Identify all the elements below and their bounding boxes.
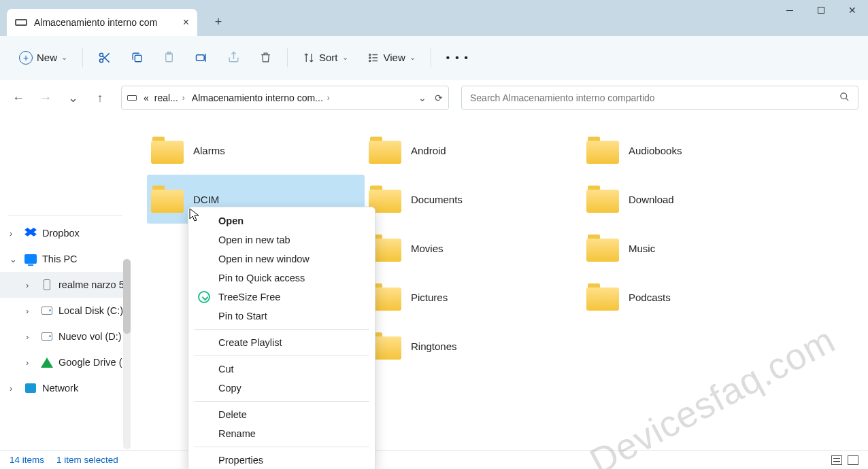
folder-label: Audiobooks [629, 145, 682, 156]
context-copy[interactable]: Copy [188, 379, 375, 398]
svg-rect-5 [197, 54, 205, 60]
sidebar-item-nuevo-vol[interactable]: › Nuevo vol (D:) [0, 324, 131, 349]
share-icon [227, 51, 240, 64]
phone-icon [44, 279, 50, 290]
minimize-button[interactable]: ─ [774, 0, 805, 20]
context-delete[interactable]: Delete [188, 405, 375, 424]
rename-icon [195, 51, 208, 65]
separator [194, 401, 369, 402]
address-segment[interactable]: Almacenamiento interno com...› [189, 92, 334, 103]
sidebar-scrollbar[interactable] [123, 259, 131, 449]
sidebar-item-label: realme narzo 5 [59, 279, 124, 290]
separator [194, 355, 369, 356]
sort-button[interactable]: Sort ⌄ [295, 44, 356, 71]
folder-item[interactable]: Documents [365, 175, 582, 224]
paste-button[interactable] [154, 44, 184, 71]
scissors-icon [98, 51, 112, 65]
folder-icon [586, 186, 619, 213]
address-bar[interactable]: « real...› Almacenamiento interno com...… [121, 86, 449, 110]
folder-item[interactable]: Ringtones [365, 322, 582, 370]
address-segment[interactable]: « [141, 92, 152, 103]
more-button[interactable]: • • • [438, 44, 478, 71]
tab-active[interactable]: Almacenamiento interno com × [7, 9, 197, 36]
chevron-down-icon: ⌄ [61, 53, 67, 62]
folder-item[interactable]: Download [582, 175, 800, 224]
address-segment[interactable]: real...› [152, 92, 189, 103]
navigation-pane: › Dropbox ⌄ This PC › realme narzo 5 › L… [0, 116, 131, 450]
folder-icon [586, 283, 619, 311]
context-open-new-window[interactable]: Open in new window [188, 249, 375, 268]
separator [287, 48, 288, 67]
sidebar-item-realme[interactable]: › realme narzo 5 [0, 272, 131, 298]
folder-label: Pictures [411, 292, 448, 303]
paste-icon [163, 51, 176, 64]
context-create-playlist[interactable]: Create Playlist [188, 333, 375, 352]
drive-icon [15, 19, 27, 26]
sidebar-item-label: Google Drive ( [59, 357, 122, 368]
sidebar-item-dropbox[interactable]: › Dropbox [0, 220, 131, 246]
sidebar-item-network[interactable]: › Network [0, 375, 131, 401]
large-icons-view-button[interactable] [848, 455, 858, 465]
address-dropdown-button[interactable]: ⌄ [418, 92, 427, 103]
sidebar-item-this-pc[interactable]: ⌄ This PC [0, 246, 131, 272]
close-tab-icon[interactable]: × [183, 16, 189, 29]
sidebar-item-label: Network [42, 383, 78, 394]
sidebar-item-label: This PC [42, 254, 78, 264]
context-rename[interactable]: Rename [188, 424, 375, 443]
folder-item[interactable]: Movies [365, 224, 582, 273]
navigation-row: ← → ⌄ ↑ « real...› Almacenamiento intern… [0, 80, 868, 116]
folder-label: Podcasts [629, 292, 671, 303]
context-pin-quick-access[interactable]: Pin to Quick access [188, 268, 375, 288]
sidebar-item-google-drive[interactable]: › Google Drive ( [0, 349, 131, 375]
cut-button[interactable] [90, 44, 120, 71]
close-window-button[interactable]: ✕ [837, 0, 868, 20]
context-cut[interactable]: Cut [188, 360, 375, 379]
sidebar-item-label: Nuevo vol (D:) [59, 331, 122, 342]
refresh-button[interactable]: ⟳ [435, 92, 443, 103]
toolbar: + New ⌄ Sort ⌄ View ⌄ • • • [0, 36, 868, 80]
folder-item[interactable]: Audiobooks [582, 126, 800, 175]
folder-item[interactable]: Podcasts [582, 273, 800, 322]
context-pin-start[interactable]: Pin to Start [188, 307, 375, 326]
svg-point-1 [100, 58, 103, 62]
context-open-new-tab[interactable]: Open in new tab [188, 230, 375, 249]
sort-icon [303, 52, 315, 64]
new-button[interactable]: + New ⌄ [11, 44, 76, 71]
back-button[interactable]: ← [7, 86, 30, 109]
recent-locations-button[interactable]: ⌄ [61, 86, 84, 109]
rename-button[interactable] [186, 44, 216, 71]
context-open[interactable]: Open [188, 211, 375, 230]
svg-point-7 [369, 56, 370, 58]
sidebar-item-label: Local Disk (C:) [59, 305, 123, 316]
chevron-down-icon: ⌄ [410, 53, 416, 62]
copy-button[interactable] [122, 44, 152, 71]
plus-circle-icon: + [19, 51, 33, 65]
share-button[interactable] [219, 44, 248, 71]
folder-item[interactable]: Music [582, 224, 800, 273]
folder-label: Music [629, 243, 655, 254]
details-view-button[interactable] [831, 455, 842, 465]
search-input[interactable] [470, 92, 839, 103]
chevron-down-icon: ⌄ [10, 254, 19, 264]
chevron-right-icon: › [26, 332, 35, 342]
svg-point-8 [369, 60, 370, 61]
forward-button[interactable]: → [34, 86, 57, 109]
delete-button[interactable] [251, 44, 280, 71]
maximize-button[interactable] [805, 0, 837, 20]
folder-item[interactable]: Alarms [147, 126, 365, 175]
view-button[interactable]: View ⌄ [359, 44, 424, 71]
search-box[interactable] [461, 86, 858, 110]
new-tab-button[interactable]: + [207, 10, 230, 33]
view-icon [367, 52, 380, 64]
search-icon[interactable] [839, 92, 850, 104]
separator [194, 329, 369, 330]
status-bar: 14 items 1 item selected [0, 450, 868, 469]
sort-label: Sort [319, 52, 338, 63]
context-treesize[interactable]: TreeSize Free [188, 288, 375, 307]
svg-rect-2 [135, 55, 141, 62]
context-properties[interactable]: Properties [188, 451, 375, 469]
up-button[interactable]: ↑ [88, 86, 112, 109]
folder-item[interactable]: Android [365, 126, 582, 175]
sidebar-item-local-disk[interactable]: › Local Disk (C:) [0, 298, 131, 324]
folder-item[interactable]: Pictures [365, 273, 582, 322]
